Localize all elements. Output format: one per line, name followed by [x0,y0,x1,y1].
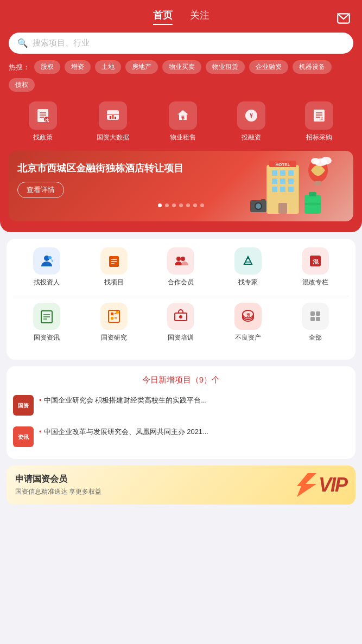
svg-rect-27 [288,178,294,184]
svg-point-70 [179,315,182,318]
main-banner: 北京市西城区金融街独栋酒店转让项目 查看详情 [9,151,353,221]
news-text-0: •中国企业研究会 积极搭建财经类高校生的实践平台... [39,395,349,406]
expert-icon [234,247,262,275]
menu-guozi-news[interactable]: 国资资讯 [33,303,60,342]
lightning-icon [297,473,316,497]
news-text-1: •中国企业改革与发展研究会、凤凰网共同主办 2021... [39,426,349,437]
menu-guozi-research[interactable]: ★ 国资研究 [100,303,128,342]
menu-row-1: ¥ 找投资人 找项目 [13,247,349,287]
search-placeholder: 搜索项目、行业 [33,38,90,48]
svg-rect-78 [316,317,320,321]
svg-text:混: 混 [313,258,319,265]
hot-tag-2[interactable]: 土地 [95,60,121,74]
search-icon: 🔍 [17,38,28,48]
svg-rect-75 [310,311,315,316]
menu-item-guozi-data[interactable]: 国资大数据 [97,101,129,142]
svg-rect-63 [111,313,113,315]
hot-tag-4[interactable]: 物业买卖 [162,60,201,74]
dot-2[interactable] [172,203,176,207]
dot-5[interactable] [193,203,197,207]
hunggai-icon: 混 [302,247,329,275]
menu-hunggai[interactable]: 混 混改专栏 [302,247,329,287]
menu-item-investment[interactable]: ¥ 投融资 [237,101,265,142]
label-guozi-training: 国资培训 [168,333,194,342]
dot-0[interactable] [158,203,162,207]
vip-text: VIP [319,474,347,496]
svg-marker-79 [297,473,316,497]
svg-text:¥: ¥ [250,113,253,119]
svg-rect-25 [272,178,277,184]
guozi-training-icon [167,303,194,330]
menu-row-2: 国资资讯 ★ 国资研究 [13,303,349,342]
dot-1[interactable] [165,203,169,207]
vip-banner[interactable]: 申请国资会员 国资信息精准送达 享更多权益 VIP [7,466,355,505]
menu-find-expert[interactable]: 找专家 [234,247,262,287]
svg-rect-77 [310,317,315,321]
news-badge-1: 资讯 [13,426,34,447]
menu-item-bidding[interactable]: 采 招标采购 [305,101,333,142]
banner-detail-button[interactable]: 查看详情 [17,182,64,198]
hot-tag-6[interactable]: 企业融资 [249,60,288,74]
hot-tag-5[interactable]: 物业租赁 [206,60,245,74]
bidding-icon: 采 [305,101,333,130]
menu-find-project[interactable]: 找项目 [100,247,128,287]
dot-3[interactable] [179,203,183,207]
svg-rect-37 [309,192,316,196]
guozi-data-icon [99,101,127,130]
news-item-1[interactable]: 资讯 •中国企业改革与发展研究会、凤凰网共同主办 2021... [13,423,349,450]
news-item-0[interactable]: 国资 •中国企业研究会 积极搭建财经类高校生的实践平台... [13,392,349,419]
dot-4[interactable] [186,203,190,207]
menu-all[interactable]: 全部 [302,303,329,342]
hot-tag-1[interactable]: 增资 [65,60,91,74]
svg-rect-30 [288,187,294,192]
svg-rect-26 [280,178,285,184]
menu-guozi-training[interactable]: 国资培训 [167,303,194,342]
svg-rect-28 [272,187,277,192]
svg-text:找: 找 [44,118,49,122]
svg-point-45 [311,158,320,164]
menu-item-property-rent[interactable]: 租 物业租售 [169,101,197,142]
hot-tag-3[interactable]: 房地产 [125,60,158,74]
svg-rect-65 [111,317,113,320]
svg-point-53 [176,257,181,261]
label-partner-member: 合作会员 [168,278,194,287]
hot-tag-0[interactable]: 股权 [34,60,60,74]
svg-point-55 [247,257,249,259]
hot-search-label: 热搜： [9,62,30,72]
svg-text:¥: ¥ [50,258,54,263]
menu-partner-member[interactable]: 合作会员 [167,247,194,287]
hot-tag-7[interactable]: 机器设备 [293,60,332,74]
guozi-news-icon [33,303,60,330]
svg-point-44 [321,157,332,164]
menu-label-bidding: 招标采购 [306,133,332,142]
bad-assets-icon: 资 [234,303,262,330]
svg-text:租: 租 [181,116,185,119]
banner-illustration: HOTEL [228,154,348,219]
label-guozi-research: 国资研究 [101,333,127,342]
dot-6[interactable] [200,203,204,207]
hot-tag-8[interactable]: 债权 [9,78,35,92]
svg-point-41 [256,203,261,209]
tab-home[interactable]: 首页 [153,9,173,25]
news-card: 今日新增项目（9）个 国资 •中国企业研究会 积极搭建财经类高校生的实践平台..… [7,366,355,459]
label-find-expert: 找专家 [238,278,258,287]
top-icon-menu: 找 找政策 国资大数据 [9,101,353,142]
menu-item-policy[interactable]: 找 找政策 [29,101,57,142]
menu-bad-assets[interactable]: 资 不良资产 [234,303,262,342]
menu-investor[interactable]: ¥ 找投资人 [33,247,60,287]
partner-icon [167,247,194,275]
label-hunggai: 混改专栏 [302,278,328,287]
second-menu-card: ¥ 找投资人 找项目 [7,239,355,360]
menu-label-property-rent: 物业租售 [170,133,196,142]
vip-left: 申请国资会员 国资信息精准送达 享更多权益 [15,474,101,496]
svg-text:资: 资 [246,313,251,317]
svg-rect-29 [280,187,285,192]
tab-follow[interactable]: 关注 [190,9,209,25]
label-find-project: 找项目 [104,278,124,287]
search-bar[interactable]: 🔍 搜索项目、行业 [9,33,353,54]
svg-rect-31 [278,203,287,214]
label-investor: 找投资人 [34,278,60,287]
message-icon[interactable] [334,9,353,28]
svg-rect-22 [272,170,277,176]
menu-label-guozi-data: 国资大数据 [97,133,129,142]
